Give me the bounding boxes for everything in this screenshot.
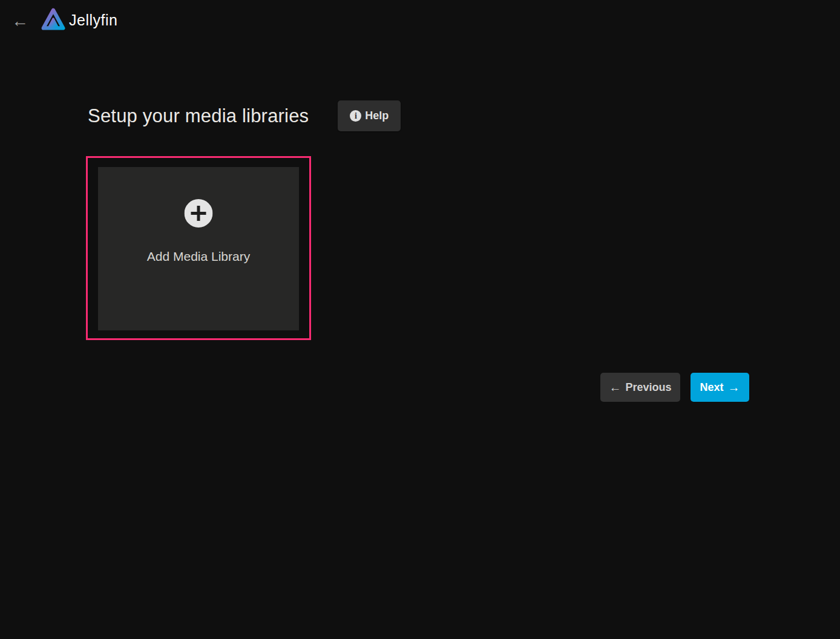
heading-row: Setup your media libraries i Help [88,100,401,131]
app-bar: ← Jellyfin [0,0,840,41]
previous-button[interactable]: ← Previous [600,373,680,402]
jellyfin-logo-icon [39,5,68,35]
add-media-library-label: Add Media Library [98,249,299,264]
next-button-label: Next [700,381,724,394]
help-button-label: Help [365,110,389,122]
add-media-library-card[interactable]: Add Media Library [98,167,299,330]
help-button[interactable]: i Help [338,100,401,131]
arrow-left-icon: ← [11,13,28,30]
brand-name: Jellyfin [69,11,117,29]
arrow-right-icon: → [728,381,740,393]
page-title: Setup your media libraries [88,105,309,127]
back-button[interactable]: ← [10,11,30,31]
setup-wizard-screen: ← Jellyfin Setup your media libraries i … [0,0,840,639]
plus-circle-icon [185,199,213,228]
next-button[interactable]: Next → [691,373,749,402]
info-icon: i [350,110,361,122]
arrow-left-icon: ← [609,381,621,393]
wizard-nav: ← Previous Next → [600,373,749,402]
brand: Jellyfin [39,5,117,35]
previous-button-label: Previous [625,381,671,394]
